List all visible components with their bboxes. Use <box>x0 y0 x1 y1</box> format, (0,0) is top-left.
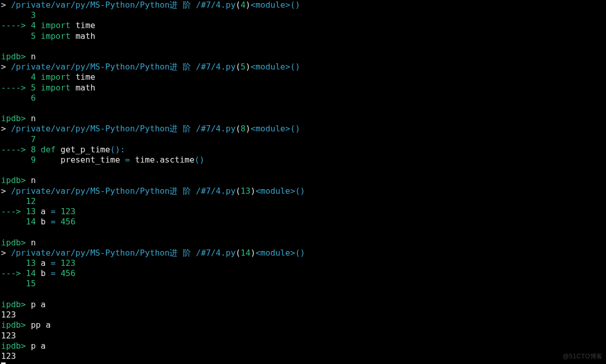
paren-close: ) <box>115 145 120 154</box>
op-eq: = <box>51 258 56 268</box>
location-marker: > <box>1 124 6 133</box>
op-eq: = <box>125 155 130 165</box>
module-name: math <box>75 31 95 41</box>
ipdb-command: n <box>31 175 36 185</box>
current-line-arrow: ----> <box>1 20 26 30</box>
op-eq: = <box>51 207 56 216</box>
gutter-lineno: 15 <box>26 279 35 288</box>
ipdb-command: p a <box>31 341 46 351</box>
op-eq: = <box>51 217 56 226</box>
ipdb-prompt[interactable]: ipdb> <box>1 175 26 185</box>
ipdb-prompt[interactable]: ipdb> <box>1 238 26 247</box>
literal-int: 456 <box>60 217 75 226</box>
gutter-lineno: 12 <box>26 196 35 206</box>
gutter-lineno: 5 <box>31 31 36 41</box>
var-name: a <box>41 207 46 216</box>
file-path: /private/var/py/MS-Python/Python进 阶 /#7/… <box>11 248 235 258</box>
gutter-lineno: 13 <box>26 207 35 216</box>
gutter-lineno: 14 <box>26 268 35 278</box>
ipdb-prompt[interactable]: ipdb> <box>1 52 26 61</box>
call-parens: () <box>290 0 300 10</box>
gutter-lineno: 5 <box>31 83 36 93</box>
file-path: /private/var/py/MS-Python/Python进 阶 /#7/… <box>11 124 235 133</box>
current-line-arrow: ---> <box>1 207 21 216</box>
var-name: b <box>41 268 46 278</box>
keyword-import: import <box>41 83 71 93</box>
module-tag: <module> <box>250 0 290 10</box>
gutter-lineno: 4 <box>31 20 36 30</box>
gutter-lineno: 7 <box>31 134 36 144</box>
gutter-lineno: 6 <box>31 93 36 103</box>
line-number: 8 <box>241 124 246 133</box>
var-name: b <box>41 217 46 226</box>
ipdb-command: p a <box>31 300 46 309</box>
watermark-text: @51CTO博客 <box>562 352 603 361</box>
file-path: /private/var/py/MS-Python/Python进 阶 /#7/… <box>11 62 235 72</box>
location-marker: > <box>1 0 6 10</box>
current-line-arrow: ---> <box>1 268 21 278</box>
var-name: present_time <box>60 155 120 165</box>
call-parens: () <box>295 186 305 196</box>
module-tag: <module> <box>250 124 290 133</box>
ipdb-prompt[interactable]: ipdb> <box>1 341 26 351</box>
terminal-output: > /private/var/py/MS-Python/Python进 阶 /#… <box>0 0 606 364</box>
module-tag: <module> <box>255 186 295 196</box>
module-tag: <module> <box>250 62 290 72</box>
gutter-lineno: 8 <box>31 145 36 154</box>
keyword-def: def <box>41 145 56 154</box>
ipdb-command: n <box>31 52 36 61</box>
keyword-import: import <box>41 31 71 41</box>
line-number: 4 <box>241 0 246 10</box>
ipdb-prompt[interactable]: ipdb> <box>1 300 26 309</box>
paren-open: ( <box>194 155 200 165</box>
paren-close: ) <box>200 155 205 165</box>
op-eq: = <box>51 268 56 278</box>
literal-int: 123 <box>60 258 75 268</box>
literal-int: 456 <box>60 268 75 278</box>
op-dot: . <box>155 155 160 165</box>
func-name: get_p_time <box>60 145 110 154</box>
func-name: asctime <box>160 155 194 165</box>
module-name: time <box>75 20 95 30</box>
location-marker: > <box>1 248 6 258</box>
module-name: math <box>75 83 95 93</box>
module-name: time <box>75 72 95 82</box>
literal-int: 123 <box>60 207 75 216</box>
gutter-lineno: 13 <box>26 258 35 268</box>
ipdb-command: pp a <box>31 320 51 330</box>
line-number: 14 <box>241 248 250 258</box>
gutter-lineno: 4 <box>31 72 36 82</box>
line-number: 5 <box>241 62 246 72</box>
file-path: /private/var/py/MS-Python/Python进 阶 /#7/… <box>11 0 235 10</box>
current-line-arrow: ----> <box>1 145 26 154</box>
location-marker: > <box>1 186 6 196</box>
ipdb-command: n <box>31 113 36 123</box>
module-tag: <module> <box>255 248 295 258</box>
line-number: 13 <box>241 186 250 196</box>
paren-open: ( <box>110 145 115 154</box>
colon: : <box>120 145 125 154</box>
ipdb-command: n <box>31 238 36 247</box>
ipdb-prompt[interactable]: ipdb> <box>1 113 26 123</box>
keyword-import: import <box>41 72 71 82</box>
keyword-import: import <box>41 20 71 30</box>
gutter-lineno: 9 <box>31 155 36 165</box>
call-parens: () <box>295 248 305 258</box>
call-parens: () <box>290 124 300 133</box>
call-parens: () <box>290 62 300 72</box>
output-value: 123 <box>1 351 16 361</box>
current-line-arrow: ----> <box>1 83 26 93</box>
file-path: /private/var/py/MS-Python/Python进 阶 /#7/… <box>11 186 235 196</box>
module-name: time <box>135 155 155 165</box>
gutter-lineno: 14 <box>26 217 35 226</box>
location-marker: > <box>1 62 6 72</box>
ipdb-prompt[interactable]: ipdb> <box>1 320 26 330</box>
output-value: 123 <box>1 310 16 320</box>
output-value: 123 <box>1 331 16 340</box>
gutter-lineno: 3 <box>31 10 36 20</box>
var-name: a <box>41 258 46 268</box>
